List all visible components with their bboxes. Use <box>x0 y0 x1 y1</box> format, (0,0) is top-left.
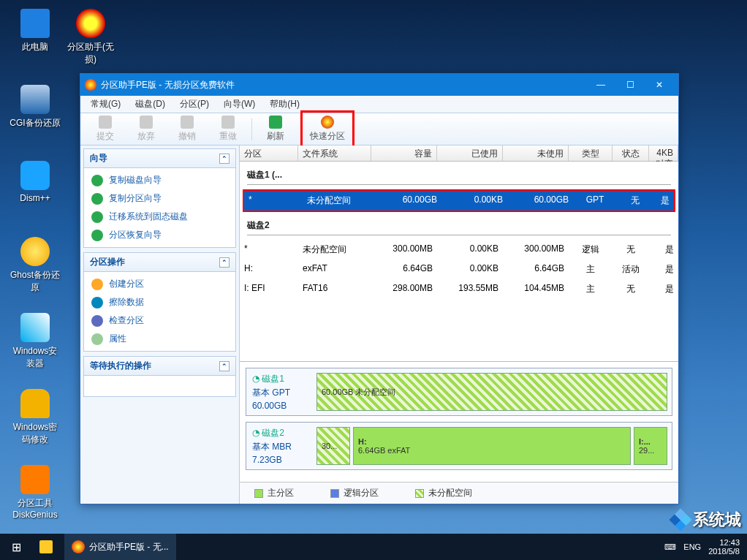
menu-partition[interactable]: 分区(P) <box>174 97 215 112</box>
wizard-migrate-ssd[interactable]: 迁移系统到固态磁盘 <box>84 208 235 226</box>
collapse-icon[interactable]: ⌃ <box>219 154 230 164</box>
collapse-icon[interactable]: ⌃ <box>219 361 230 371</box>
desktop-icon-partition-assistant[interactable]: 分区助手(无损) <box>64 9 117 66</box>
legend-primary-swatch <box>254 489 263 498</box>
panel-partition-ops: 分区操作⌃ 创建分区 擦除数据 检查分区 属性 <box>83 252 236 352</box>
refresh-icon <box>269 116 282 129</box>
col-capacity[interactable]: 容量 <box>371 145 437 161</box>
table-row-disk1-unalloc[interactable]: * 未分配空间 60.00GB 0.00KB 60.00GB GPT 无 是 <box>243 189 675 212</box>
app-icon <box>72 540 85 553</box>
wizard-recover-partition[interactable]: 分区恢复向导 <box>84 226 235 244</box>
collapse-icon[interactable]: ⌃ <box>219 257 230 268</box>
tray-time[interactable]: 12:43 <box>708 538 740 547</box>
desktop-icon-winpwd[interactable]: Windows密码修改 <box>9 389 61 446</box>
op-check-partition[interactable]: 检查分区 <box>84 311 235 330</box>
titlebar[interactable]: 分区助手PE版 - 无损分区免费软件 — ☐ ✕ <box>80 74 678 96</box>
window-title: 分区助手PE版 - 无损分区免费软件 <box>101 79 586 91</box>
col-type[interactable]: 类型 <box>569 145 613 161</box>
tray-lang[interactable]: ENG <box>683 542 701 551</box>
undo-icon <box>181 116 194 129</box>
watermark-logo-icon <box>669 508 691 531</box>
op-properties[interactable]: 属性 <box>84 330 235 348</box>
menu-disk[interactable]: 磁盘(D) <box>129 97 171 112</box>
tray-date[interactable]: 2018/5/8 <box>708 547 740 556</box>
sidebar: 向导⌃ 复制磁盘向导 复制分区向导 迁移系统到固态磁盘 分区恢复向导 分区操作⌃… <box>80 145 240 504</box>
op-create-partition[interactable]: 创建分区 <box>84 275 235 293</box>
toolbar-separator <box>251 118 252 140</box>
shield-icon <box>91 193 103 205</box>
op-wipe-data[interactable]: 擦除数据 <box>84 293 235 311</box>
disk-icon: ◔ 磁盘1 <box>252 373 306 385</box>
quick-partition-icon <box>321 116 334 129</box>
col-status[interactable]: 状态 <box>613 145 649 161</box>
taskbar: ⊞ 分区助手PE版 - 无... ⌨ ENG 12:43 2018/5/8 <box>0 534 747 560</box>
app-icon <box>85 79 96 91</box>
shield-icon <box>91 211 103 223</box>
col-used[interactable]: 已使用 <box>437 145 503 161</box>
group-disk1: 磁盘1 (... <box>240 162 678 184</box>
desktop-icon-diskgenius[interactable]: 分区工具DiskGenius <box>9 465 61 520</box>
legend-unalloc-swatch <box>415 489 424 498</box>
wizard-copy-partition[interactable]: 复制分区向导 <box>84 189 235 208</box>
segment-i[interactable]: I:...29... <box>634 427 667 465</box>
col-align[interactable]: 4KB对齐 <box>649 145 678 161</box>
menu-wizard[interactable]: 向导(W) <box>218 97 261 112</box>
shield-icon <box>91 230 103 241</box>
segment-unallocated[interactable]: 60.00GB 未分配空间 <box>316 373 667 411</box>
menu-general[interactable]: 常规(G) <box>85 97 126 112</box>
tool-undo[interactable]: 撤销 <box>170 116 205 143</box>
table-row[interactable]: *未分配空间300.00MB0.00KB300.00MB逻辑无是 <box>240 240 678 260</box>
create-icon <box>91 279 103 290</box>
tool-quick-partition[interactable]: 快速分区 <box>310 116 345 143</box>
table-row[interactable]: I: EFIFAT16298.00MB193.55MB104.45MB主无是 <box>240 279 678 299</box>
shield-icon <box>91 175 103 186</box>
grid-body: 磁盘1 (... * 未分配空间 60.00GB 0.00KB 60.00GB … <box>240 162 678 361</box>
tool-commit[interactable]: 提交 <box>88 116 123 143</box>
legend: 主分区 逻辑分区 未分配空间 <box>240 482 678 504</box>
taskbar-explorer[interactable] <box>32 534 64 560</box>
desktop-icon-thispc[interactable]: 此电脑 <box>9 9 61 53</box>
legend-logical-swatch <box>330 489 339 498</box>
toolbar: 提交 放弃 撤销 重做 刷新 快速分区 <box>80 113 678 145</box>
desktop-icon-winsetup[interactable]: Windows安装器 <box>9 313 61 370</box>
check-icon <box>99 116 112 129</box>
highlight-quick-partition: 快速分区 <box>300 110 354 148</box>
desktop-icon-dism[interactable]: Dism++ <box>9 161 61 203</box>
desktop-icon-ghost[interactable]: Ghost备份还原 <box>9 237 61 294</box>
panel-title-ops: 分区操作 <box>90 256 125 268</box>
system-tray[interactable]: ⌨ ENG 12:43 2018/5/8 <box>657 538 747 556</box>
disk-icon: ◔ 磁盘2 <box>252 427 306 439</box>
segment-unallocated[interactable]: 30... <box>316 427 350 465</box>
maximize-button[interactable]: ☐ <box>615 74 645 96</box>
menu-help[interactable]: 帮助(H) <box>264 97 306 112</box>
wizard-copy-disk[interactable]: 复制磁盘向导 <box>84 171 235 189</box>
minimize-button[interactable]: — <box>586 74 615 96</box>
panel-pending: 等待执行的操作⌃ <box>83 356 236 397</box>
table-row[interactable]: H:exFAT6.64GB0.00KB6.64GB主活动是 <box>240 260 678 279</box>
panel-title-pending: 等待执行的操作 <box>90 360 151 372</box>
panel-title-wizard: 向导 <box>90 152 107 164</box>
panel-wizard: 向导⌃ 复制磁盘向导 复制分区向导 迁移系统到固态磁盘 分区恢复向导 <box>83 148 236 248</box>
tool-redo[interactable]: 重做 <box>211 116 246 143</box>
desktop-icon-cgi[interactable]: CGI备份还原 <box>9 85 61 129</box>
menubar: 常规(G) 磁盘(D) 分区(P) 向导(W) 帮助(H) <box>80 96 678 113</box>
wipe-icon <box>91 297 103 309</box>
start-button[interactable]: ⊞ <box>0 534 32 560</box>
check-icon <box>91 315 103 327</box>
group-disk2: 磁盘2 <box>240 212 678 235</box>
col-unused[interactable]: 未使用 <box>503 145 569 161</box>
col-name[interactable]: 分区 <box>240 145 298 161</box>
watermark: 系统城 <box>672 509 741 531</box>
discard-icon <box>140 116 153 129</box>
col-fs[interactable]: 文件系统 <box>298 145 371 161</box>
tool-discard[interactable]: 放弃 <box>129 116 164 143</box>
diskmap-disk1[interactable]: ◔ 磁盘1 基本 GPT 60.00GB 60.00GB 未分配空间 <box>246 368 672 416</box>
grid-header: 分区 文件系统 容量 已使用 未使用 类型 状态 4KB对齐 <box>240 145 678 162</box>
folder-icon <box>39 540 53 553</box>
segment-h[interactable]: H:6.64GB exFAT <box>353 427 631 465</box>
taskbar-app[interactable]: 分区助手PE版 - 无... <box>64 534 176 560</box>
diskmap-disk2[interactable]: ◔ 磁盘2 基本 MBR 7.23GB 30... H:6.64GB exFAT… <box>246 422 672 470</box>
tray-keyboard-icon[interactable]: ⌨ <box>664 542 676 552</box>
close-button[interactable]: ✕ <box>645 74 674 96</box>
tool-refresh[interactable]: 刷新 <box>258 116 293 143</box>
